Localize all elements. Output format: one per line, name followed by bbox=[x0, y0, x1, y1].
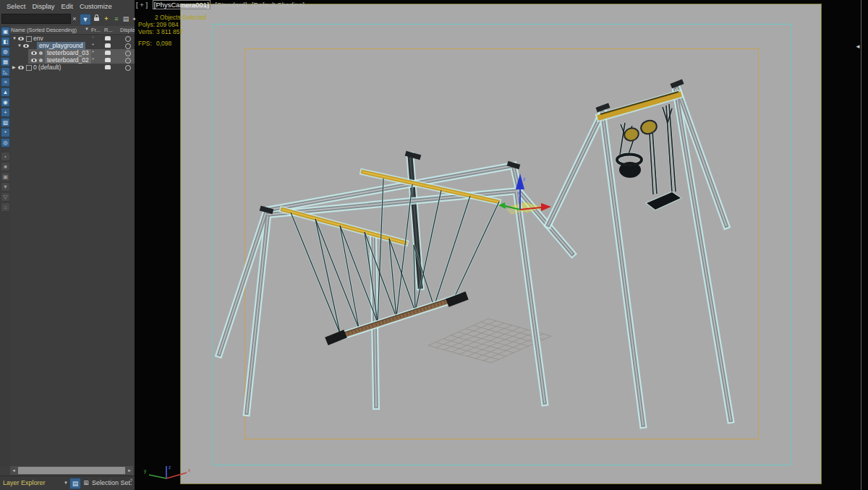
lock-icon[interactable] bbox=[94, 17, 99, 21]
frozen-icon[interactable]: * bbox=[92, 49, 94, 56]
viewport-label: [ + ] [PhysCamera001] [Standard] [Defaul… bbox=[136, 1, 305, 9]
hierarchy-view-icon[interactable]: ⊞ bbox=[81, 478, 91, 488]
horizontal-scrollbar[interactable]: ◂ ▸ bbox=[10, 466, 133, 475]
select-invert-icon[interactable]: ▣ bbox=[1, 172, 10, 181]
verts-value: 3 811 857 bbox=[156, 28, 183, 35]
visibility-eye-icon[interactable] bbox=[23, 44, 29, 48]
layer-row-default[interactable]: ▶ 0 (default) bbox=[11, 64, 135, 71]
teeterboard-climbing-frame[interactable] bbox=[219, 154, 572, 413]
render-hand-icon[interactable] bbox=[105, 58, 111, 62]
layer-tree: ▼ env * ▼ env_playground * bbox=[11, 35, 135, 71]
expand-icon[interactable]: ▼ bbox=[17, 42, 22, 49]
frozen-icon[interactable]: * bbox=[92, 56, 94, 64]
show-helpers-icon[interactable]: + bbox=[1, 108, 10, 117]
search-input[interactable] bbox=[1, 14, 71, 24]
scrollbar-thumb[interactable] bbox=[18, 467, 125, 474]
scroll-left-icon[interactable]: ◂ bbox=[10, 466, 17, 475]
panel-grip-divider[interactable] bbox=[861, 0, 861, 490]
fps-value: 0,098 bbox=[156, 40, 171, 47]
layers-view-icon[interactable]: ▤ bbox=[69, 478, 81, 489]
show-materials-icon[interactable]: ▧ bbox=[1, 118, 10, 127]
visibility-eye-icon[interactable] bbox=[31, 51, 37, 55]
clear-search-icon[interactable]: × bbox=[69, 14, 80, 24]
collapse-layers-icon[interactable]: ≡ bbox=[111, 14, 122, 24]
object-label[interactable]: teeterboard_02 bbox=[45, 56, 91, 64]
filter-clear-icon[interactable]: ▽ bbox=[1, 192, 10, 202]
close-icon[interactable]: × bbox=[129, 476, 133, 483]
show-lights-icon[interactable]: ◍ bbox=[1, 47, 10, 56]
show-frozen-icon[interactable]: * bbox=[1, 128, 10, 137]
menu-customize[interactable]: Customize bbox=[80, 2, 112, 10]
visibility-eye-icon[interactable] bbox=[18, 37, 24, 40]
object-row-teeterboard-03[interactable]: teeterboard_03 * bbox=[11, 49, 135, 56]
filter-funnel-icon[interactable]: ▼ bbox=[80, 14, 91, 25]
object-dot-icon bbox=[39, 51, 43, 55]
bucket-swing-seat[interactable] bbox=[617, 155, 642, 179]
frozen-icon[interactable]: * bbox=[92, 35, 94, 42]
display-circle-icon[interactable] bbox=[125, 58, 131, 64]
object-label[interactable]: teeterboard_03 bbox=[45, 49, 91, 56]
polys-value: 209 084 bbox=[156, 21, 179, 28]
filter-apply-icon[interactable]: ▼ bbox=[1, 182, 10, 192]
sort-descending-icon[interactable]: ▼ bbox=[85, 27, 89, 31]
show-cameras-icon[interactable]: ◉ bbox=[1, 98, 10, 107]
scroll-right-icon[interactable]: ▸ bbox=[126, 466, 133, 475]
select-all-icon[interactable]: ■ bbox=[1, 162, 10, 171]
application-window: Select Display Edit Customize × ▼ + ≡ ▤ … bbox=[0, 0, 868, 490]
expand-icon[interactable]: ▶ bbox=[12, 64, 16, 71]
visibility-eye-icon[interactable] bbox=[18, 66, 24, 69]
show-shapes-icon[interactable]: ◺ bbox=[1, 67, 10, 77]
show-all-icon[interactable]: ▣ bbox=[1, 27, 10, 36]
show-geometry-icon[interactable]: ▦ bbox=[1, 57, 10, 66]
add-layer-icon[interactable]: + bbox=[101, 14, 111, 24]
menu-select[interactable]: Select bbox=[7, 2, 25, 10]
show-hidden-icon[interactable]: ◎ bbox=[1, 138, 10, 147]
layer-icon bbox=[26, 65, 32, 71]
select-cursor-icon[interactable]: ▲ bbox=[1, 87, 10, 97]
panel-flyout-icon[interactable]: ◂ bbox=[129, 14, 139, 24]
expand-icon[interactable]: ▼ bbox=[12, 35, 17, 42]
scene-render[interactable]: z bbox=[180, 4, 822, 484]
display-circle-icon[interactable] bbox=[125, 36, 131, 42]
explorer-toolbar: × ▼ + ≡ ▤ ◂ bbox=[0, 12, 135, 27]
panel-title: Layer Explorer bbox=[3, 479, 46, 486]
viewport-plus-menu[interactable]: [ + ] bbox=[136, 1, 148, 9]
explorer-menubar: Select Display Edit Customize bbox=[0, 0, 135, 12]
menu-display[interactable]: Display bbox=[32, 2, 54, 10]
object-row-teeterboard-02[interactable]: teeterboard_02 * bbox=[11, 56, 135, 64]
render-hand-icon[interactable] bbox=[105, 65, 111, 69]
layer-row-env-playground[interactable]: ▼ env_playground * bbox=[11, 42, 135, 49]
explorer-statusbar: Layer Explorer ▾ ▤ ⊞ Selection Set: × bbox=[0, 476, 135, 490]
layer-row-env[interactable]: ▼ env * bbox=[11, 35, 135, 42]
layer-label-selected[interactable]: env_playground bbox=[37, 42, 85, 49]
column-render[interactable]: R... bbox=[104, 27, 113, 33]
viewport-camera-label[interactable]: [PhysCamera001] bbox=[153, 0, 210, 9]
tripod-x-label: x bbox=[188, 468, 191, 473]
menu-edit[interactable]: Edit bbox=[61, 2, 73, 10]
flat-swing-seat[interactable] bbox=[647, 192, 681, 210]
gizmo-x-arrow[interactable] bbox=[541, 203, 551, 211]
display-circle-icon[interactable] bbox=[125, 43, 131, 49]
render-hand-icon[interactable] bbox=[105, 51, 111, 55]
show-splines-icon[interactable]: ≈ bbox=[1, 77, 10, 87]
display-circle-icon[interactable] bbox=[125, 51, 131, 56]
layer-label[interactable]: env bbox=[33, 35, 43, 42]
select-objects-icon[interactable]: ▪ bbox=[1, 152, 10, 161]
display-circle-icon[interactable] bbox=[125, 65, 131, 71]
column-frozen[interactable]: Fr... bbox=[91, 27, 101, 33]
column-display[interactable]: Display bbox=[120, 27, 135, 33]
viewport-shading-label[interactable]: [Default Shading] bbox=[252, 1, 305, 9]
camera-viewport[interactable]: z [ + ] [PhysCamera001] [Standard] [Defa… bbox=[135, 0, 868, 490]
layer-label[interactable]: 0 (default) bbox=[33, 64, 61, 71]
column-name[interactable]: Name (Sorted Descending) bbox=[11, 27, 77, 33]
selection-set-label: Selection Set: bbox=[92, 479, 132, 486]
viewport-renderer-label[interactable]: [Standard] bbox=[215, 1, 247, 9]
tripod-z-label: z bbox=[169, 465, 171, 470]
show-layers-icon[interactable]: ◧ bbox=[1, 37, 10, 46]
frozen-icon[interactable]: * bbox=[92, 42, 94, 49]
render-hand-icon[interactable] bbox=[105, 36, 111, 40]
render-hand-icon[interactable] bbox=[105, 43, 111, 48]
visibility-eye-icon[interactable] bbox=[31, 59, 37, 62]
expand-panel-icon[interactable]: ◄ bbox=[855, 43, 861, 50]
container-icon[interactable]: ⌂ bbox=[1, 202, 10, 212]
